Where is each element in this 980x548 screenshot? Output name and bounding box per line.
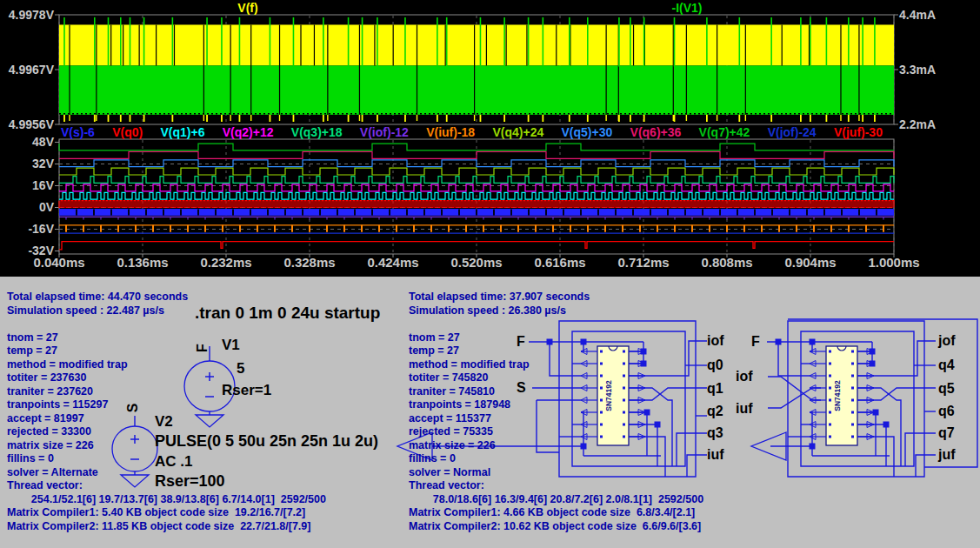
y-axis-label: 4.9956V — [0, 118, 54, 130]
pin-name-mark — [851, 424, 854, 426]
net-label-iuf[interactable]: iuf — [736, 403, 753, 415]
waveform-viewer[interactable]: V(f) -I(V1) V(s)-6V(q0)V(q1)+6V(q2)+12V(… — [0, 0, 980, 277]
wire — [916, 455, 936, 477]
stat-line: 78.0/18.6[6] 16.3/9.4[6] 20.8/7.2[6] 2.0… — [409, 493, 809, 507]
wire — [905, 433, 936, 466]
stat-line: traniter = 237620 — [7, 385, 407, 399]
junction-dot — [810, 444, 816, 450]
spice-log-left: Total elapsed time: 44.470 secondsSimula… — [7, 291, 407, 533]
pin-name-mark — [829, 363, 831, 365]
pin-name-mark — [851, 399, 854, 402]
net-label-iuf[interactable]: iuf — [707, 449, 724, 461]
trace-vq0 — [59, 201, 894, 208]
net-label-q7[interactable]: q7 — [938, 427, 955, 439]
stat-line: Matrix Compiler1: 5.40 KB object code si… — [7, 506, 407, 520]
v1-designator[interactable]: V1 — [222, 338, 240, 352]
v1-value[interactable]: 5 — [237, 362, 244, 376]
trace-legend-item[interactable]: V(juf)-30 — [834, 126, 883, 138]
stat-line: tnom = 27 — [409, 331, 809, 345]
net-label-S[interactable]: S — [517, 382, 526, 394]
x-axis-label: 0.328ms — [273, 257, 346, 269]
x-axis-label: 0.040ms — [23, 257, 96, 269]
v2-value[interactable]: PULSE(0 5 50u 25n 25n 1u 2u) — [155, 434, 378, 448]
trace-path — [59, 177, 894, 184]
v2-rser[interactable]: Rser=100 — [155, 474, 225, 488]
trace-legend-item[interactable]: V(q6)+36 — [630, 126, 682, 138]
stat-line: temp = 27 — [409, 344, 809, 358]
y-axis-label: 48V — [0, 136, 54, 148]
stat-line: 254.1/52.1[6] 19.7/13.7[6] 38.9/13.8[6] … — [7, 493, 407, 507]
net-label-q4[interactable]: q4 — [938, 359, 955, 371]
trace-vq318 — [59, 177, 894, 184]
stat-line: Total elapsed time: 37.907 seconds — [409, 291, 809, 304]
y-axis-label: 3.3mA — [899, 63, 969, 76]
net-label-q3[interactable]: q3 — [707, 427, 723, 439]
stat-line: method = modified trap — [7, 358, 407, 372]
pin-name-mark — [829, 351, 831, 353]
plot1-title-iv1[interactable]: -I(V1) — [648, 2, 726, 14]
pin-name-mark — [829, 424, 831, 426]
net-label-q1[interactable]: q1 — [707, 383, 723, 395]
net-label-q2[interactable]: q2 — [707, 405, 723, 418]
trace-legend: V(s)-6V(q0)V(q1)+6V(q2)+12V(q3)+18V(iof)… — [61, 126, 883, 138]
trace-legend-item[interactable]: V(q7)+42 — [699, 126, 750, 138]
trace-legend-item[interactable]: V(s)-6 — [61, 126, 95, 138]
spice-directive[interactable]: .tran 0 1m 0 24u startup — [195, 306, 380, 320]
pin-name-mark — [829, 399, 831, 402]
stat-line: solver = Normal — [409, 466, 809, 480]
net-label-juf[interactable]: juf — [938, 449, 956, 461]
ic-part-number: SN74192 — [833, 380, 842, 411]
pin-name-mark — [829, 375, 831, 378]
y-axis-label: 4.9967V — [0, 63, 54, 76]
vf-trace-band — [59, 24, 894, 65]
trace-legend-item[interactable]: V(q2)+12 — [223, 126, 274, 138]
trace-legend-item[interactable]: V(q4)+24 — [492, 126, 543, 138]
trace-legend-item[interactable]: V(q5)+30 — [562, 126, 613, 138]
trace-legend-item[interactable]: V(iof)-12 — [360, 126, 409, 138]
plot1-title-vf[interactable]: V(f) — [209, 2, 287, 14]
pin-name-mark — [829, 436, 831, 438]
trace-vq636 — [59, 151, 894, 158]
pin-name-mark — [851, 375, 854, 378]
net-label-q0[interactable]: q0 — [707, 359, 723, 371]
waveform-plot-area[interactable] — [0, 0, 980, 277]
y-axis-label: 0V — [0, 201, 54, 213]
trace-legend-item[interactable]: V(q1)+6 — [161, 126, 205, 138]
schematic-and-log[interactable]: SN74192SN74192 Total elapsed time: 44.47… — [0, 277, 980, 548]
trace-vs6 — [59, 209, 894, 216]
net-label-iof[interactable]: iof — [707, 335, 724, 347]
trace-path — [59, 168, 894, 175]
x-axis-label: 0.136ms — [106, 257, 179, 269]
pin-name-mark — [851, 363, 854, 365]
x-axis-label: 1.000ms — [857, 257, 930, 269]
v2-ac[interactable]: AC .1 — [155, 455, 192, 469]
trace-legend-item[interactable]: V(jof)-24 — [768, 126, 817, 138]
net-label-iof[interactable]: iof — [736, 371, 753, 383]
net-label-s-v2[interactable]: S — [126, 400, 138, 416]
stat-line: rejected = 75335 — [409, 425, 809, 439]
trace-legend-item[interactable]: V(q0) — [112, 126, 143, 138]
trace-path — [59, 160, 894, 167]
stat-line: matrix size = 226 — [409, 439, 809, 453]
net-label-f-v1[interactable]: F — [196, 340, 208, 356]
net-label-F[interactable]: F — [517, 336, 525, 348]
x-axis-label: 0.616ms — [523, 257, 597, 269]
x-axis-label: 0.232ms — [190, 257, 263, 269]
trace-legend-item[interactable]: V(q3)+18 — [291, 126, 343, 138]
wire — [857, 424, 886, 466]
stat-line: totiter = 237630 — [7, 371, 407, 385]
y-axis-label: 4.9978V — [0, 9, 54, 21]
y-axis-label: 2.2mA — [899, 118, 969, 130]
pin-name-mark — [851, 351, 854, 353]
ic-body[interactable] — [826, 346, 857, 445]
net-label-jof[interactable]: jof — [938, 335, 956, 347]
stat-line: Matrix Compiler2: 11.85 KB object code s… — [7, 520, 407, 534]
v2-designator[interactable]: V2 — [155, 415, 173, 429]
trace-legend-item[interactable]: V(iuf)-18 — [426, 126, 475, 138]
net-label-F[interactable]: F — [751, 336, 760, 348]
v1-rser[interactable]: Rser=1 — [222, 384, 271, 398]
net-label-q5[interactable]: q5 — [938, 383, 955, 395]
iv1-trace-band — [59, 65, 894, 114]
stat-line: Matrix Compiler1: 4.66 KB object code si… — [409, 506, 809, 520]
net-label-q6[interactable]: q6 — [938, 405, 955, 418]
